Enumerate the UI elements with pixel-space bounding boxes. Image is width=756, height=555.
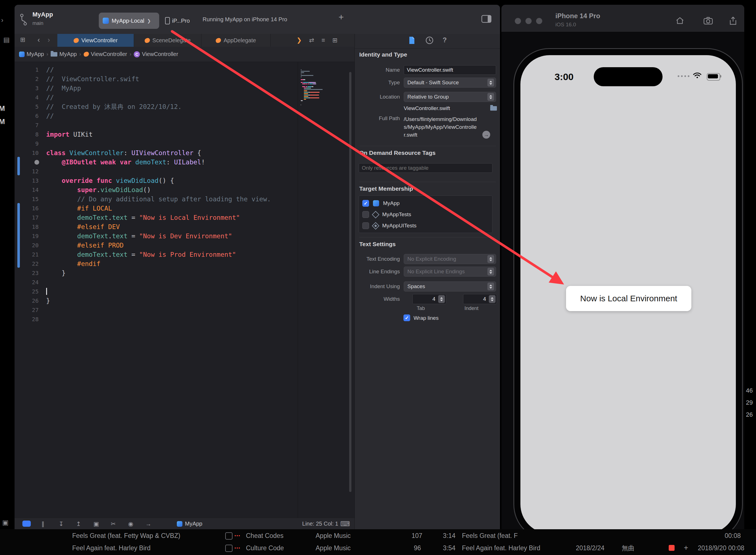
code-line[interactable]: 14 super.viewDidLoad() <box>14 185 297 195</box>
quick-help-tab-icon[interactable]: ? <box>443 36 447 44</box>
wrap-lines-checkbox[interactable] <box>404 314 410 321</box>
memory-graph-icon[interactable]: ✂ <box>111 518 116 529</box>
music-row-1[interactable]: Feels Great (feat. Fetty Wap & CVBZ)•••C… <box>0 531 756 541</box>
code-line[interactable]: 23 } <box>14 268 297 278</box>
code-line[interactable]: 18 #elseif DEV <box>14 222 297 231</box>
inspector-toggle-icon[interactable] <box>481 15 492 23</box>
music-cell: Culture Code <box>246 544 284 552</box>
target-row-myapptests[interactable]: MyAppTests <box>359 209 492 220</box>
run-destination[interactable]: iP...Pro <box>165 13 190 29</box>
minimap-token <box>303 79 305 80</box>
view-debugger-icon[interactable]: ▣ <box>93 518 99 529</box>
code-line[interactable]: @IBOutlet weak var demoText: UILabel! <box>14 158 297 167</box>
split-editor-icon[interactable]: ⊞ <box>332 37 337 44</box>
zoom-window-button[interactable] <box>536 18 542 24</box>
code-line[interactable]: 8import UIKit <box>14 130 297 139</box>
code-line[interactable]: 1// <box>14 65 297 75</box>
code-token: #if LOCAL <box>77 205 112 212</box>
code-line[interactable]: 6// <box>14 112 297 121</box>
code-line[interactable]: 10class ViewController: UIViewController… <box>14 148 297 158</box>
debug-pause-icon[interactable]: ∥ <box>41 518 45 529</box>
code-line[interactable]: 17 demoText.text = "Now is Local Environ… <box>14 213 297 222</box>
folder-icon[interactable] <box>490 106 497 111</box>
code-line[interactable]: 7 <box>14 121 297 130</box>
breadcrumb-symbol[interactable]: C ViewController <box>134 51 178 57</box>
indent-using-popup[interactable]: Spaces <box>404 282 496 292</box>
add-button[interactable]: + <box>338 12 344 23</box>
target-checkbox[interactable] <box>362 200 369 207</box>
code-line[interactable]: 13 override func viewDidLoad() { <box>14 176 297 185</box>
type-popup[interactable]: Default - Swift Source <box>404 78 496 88</box>
code-line[interactable]: 28 <box>14 315 297 324</box>
share-icon[interactable] <box>729 16 737 26</box>
code-line[interactable]: 16 #if LOCAL <box>14 204 297 213</box>
code-line[interactable]: 2// ViewController.swift <box>14 75 297 84</box>
keyboard-icon[interactable]: ⌨ <box>340 518 350 529</box>
code-line[interactable]: 19 demoText.text = "Now is Dev Environme… <box>14 231 297 241</box>
code-line[interactable]: 20 #elseif PROD <box>14 241 297 250</box>
code-line[interactable]: 12 <box>14 167 297 176</box>
indent-width-stepper[interactable]: 4 <box>463 294 497 304</box>
line-number: 6 <box>14 112 39 121</box>
code-line[interactable]: 27 <box>14 305 297 315</box>
outlet-connection-well[interactable] <box>14 158 39 167</box>
location-popup[interactable]: Relative to Group <box>404 92 496 102</box>
code-line[interactable]: 9 <box>14 139 297 148</box>
code-line[interactable]: 5// Created by 沐晨冉 on 2022/10/12. <box>14 102 297 112</box>
code-line[interactable]: 24 <box>14 278 297 287</box>
go-forward-icon[interactable]: › <box>48 36 50 44</box>
encoding-popup[interactable]: No Explicit Encoding <box>404 254 496 264</box>
editor-scrollbar[interactable] <box>349 72 351 492</box>
breakpoints-toggle[interactable] <box>22 520 31 527</box>
file-inspector-tab-icon[interactable] <box>409 36 415 45</box>
scheme-selector[interactable]: MyApp-Local ❯ <box>99 13 159 29</box>
line-list-icon[interactable]: ≡ <box>322 37 325 44</box>
target-row-myapp[interactable]: MyApp <box>359 198 492 209</box>
minimize-window-button[interactable] <box>525 18 532 24</box>
close-window-button[interactable] <box>515 18 521 24</box>
target-checkbox[interactable] <box>362 211 369 218</box>
target-name: MyAppUITests <box>382 223 416 229</box>
music-row-2[interactable]: Feel Again feat. Harley Bird•••Culture C… <box>0 544 756 553</box>
home-button-icon[interactable] <box>675 16 684 25</box>
tab-scenedelegate[interactable]: SceneDelegate <box>134 34 201 47</box>
iphone-screen[interactable]: 3:00 Now is Local Environment <box>520 55 736 533</box>
reveal-arrow-icon[interactable]: → <box>482 131 490 139</box>
resource-tags-input[interactable] <box>359 163 492 173</box>
minimap-token <box>301 88 304 88</box>
step-out-icon[interactable]: ↥ <box>76 518 81 529</box>
code-line[interactable]: 3// MyApp <box>14 84 297 93</box>
line-endings-popup[interactable]: No Explicit Line Endings <box>404 266 496 276</box>
breadcrumb-group[interactable]: MyApp <box>51 51 77 57</box>
code-token: super <box>77 186 97 194</box>
related-items-icon[interactable]: ⊞ <box>20 36 25 43</box>
simulate-location-icon[interactable]: → <box>145 518 151 529</box>
breadcrumb-project[interactable]: MyApp <box>19 51 44 57</box>
step-into-icon[interactable]: ↧ <box>59 518 64 529</box>
breadcrumb-file[interactable]: ViewController <box>84 51 127 57</box>
go-back-icon[interactable]: ‹ <box>38 36 40 44</box>
name-input[interactable] <box>404 65 496 75</box>
code-line[interactable]: 25 <box>14 287 297 296</box>
target-row-myappuitests[interactable]: MyAppUITests <box>359 220 492 231</box>
running-target[interactable]: MyApp <box>177 518 202 529</box>
code-line[interactable]: 15 // Do any additional setup after load… <box>14 195 297 204</box>
simulator-titlebar[interactable]: iPhone 14 Pro iOS 16.0 <box>502 5 744 32</box>
source-editor[interactable]: 1//2// ViewController.swift3// MyApp4//5… <box>14 62 355 518</box>
code-line[interactable]: 21 demoText.text = "Now is Prod Environm… <box>14 250 297 259</box>
target-checkbox[interactable] <box>362 222 369 229</box>
code-text: super.viewDidLoad() <box>46 185 151 195</box>
type-value: Default - Swift Source <box>408 80 459 86</box>
code-line[interactable]: 4// <box>14 93 297 102</box>
minimap[interactable] <box>298 62 347 518</box>
code-line[interactable]: 22 #endif <box>14 259 297 268</box>
tab-viewcontroller[interactable]: ViewController <box>57 34 134 47</box>
environment-overrides-icon[interactable]: ◉ <box>128 518 133 529</box>
swap-files-icon[interactable]: ⇄ <box>309 37 314 44</box>
code-line[interactable]: 26} <box>14 296 297 305</box>
history-inspector-tab-icon[interactable] <box>425 36 434 45</box>
tab-width-stepper[interactable]: 4 <box>413 294 446 304</box>
tab-appdelegate[interactable]: AppDelegate <box>201 34 271 47</box>
jump-chevron-icon[interactable]: ❯ <box>296 37 301 44</box>
screenshot-camera-icon[interactable] <box>703 16 713 25</box>
